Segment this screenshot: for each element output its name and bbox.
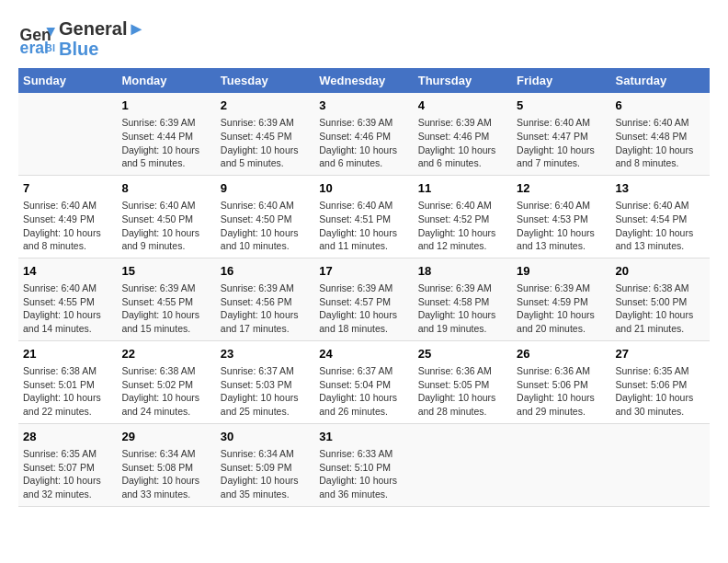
calendar-cell: 28Sunrise: 6:35 AMSunset: 5:07 PMDayligh… <box>18 423 117 506</box>
cell-info: and 6 minutes. <box>418 156 507 170</box>
cell-info: and 21 minutes. <box>616 322 705 336</box>
calendar-cell: 13Sunrise: 6:40 AMSunset: 4:54 PMDayligh… <box>611 175 710 258</box>
calendar-cell: 2Sunrise: 6:39 AMSunset: 4:45 PMDaylight… <box>216 93 314 175</box>
calendar-cell: 24Sunrise: 6:37 AMSunset: 5:04 PMDayligh… <box>314 340 413 423</box>
calendar-cell: 3Sunrise: 6:39 AMSunset: 4:46 PMDaylight… <box>314 93 413 175</box>
cell-info: Daylight: 10 hours <box>418 226 507 240</box>
cell-info: Sunrise: 6:40 AM <box>221 199 310 213</box>
cell-info: and 24 minutes. <box>121 405 210 419</box>
cell-info: Sunset: 4:55 PM <box>23 295 112 309</box>
day-number: 5 <box>517 98 606 114</box>
cell-info: Sunset: 5:08 PM <box>121 461 210 475</box>
cell-info: Sunrise: 6:38 AM <box>616 282 705 295</box>
cell-info: Daylight: 10 hours <box>221 391 310 405</box>
calendar-cell: 20Sunrise: 6:38 AMSunset: 5:00 PMDayligh… <box>611 258 710 340</box>
cell-info: Sunset: 4:55 PM <box>121 295 210 309</box>
cell-info: Sunset: 4:49 PM <box>23 213 112 226</box>
day-number: 3 <box>319 98 408 114</box>
day-number: 10 <box>319 180 408 197</box>
cell-info: and 5 minutes. <box>121 156 210 170</box>
calendar-cell: 8Sunrise: 6:40 AMSunset: 4:50 PMDaylight… <box>117 175 215 258</box>
cell-info: Sunset: 5:03 PM <box>221 378 310 392</box>
day-number: 25 <box>418 346 507 362</box>
cell-info: Sunrise: 6:40 AM <box>418 199 507 213</box>
calendar-cell: 4Sunrise: 6:39 AMSunset: 4:46 PMDaylight… <box>414 93 512 175</box>
cell-info: Daylight: 10 hours <box>616 391 705 405</box>
cell-info: and 33 minutes. <box>121 488 210 501</box>
header-sunday: Sunday <box>18 68 117 93</box>
header-thursday: Thursday <box>414 68 512 93</box>
cell-info: Daylight: 10 hours <box>418 308 507 322</box>
header-friday: Friday <box>512 68 610 93</box>
cell-info: and 5 minutes. <box>221 156 310 170</box>
cell-info: Daylight: 10 hours <box>121 144 210 157</box>
day-number: 12 <box>517 180 606 197</box>
cell-info: Sunset: 4:52 PM <box>418 213 507 226</box>
cell-info: Daylight: 10 hours <box>319 144 408 157</box>
header-tuesday: Tuesday <box>216 68 314 93</box>
cell-info: Sunset: 4:44 PM <box>121 130 210 144</box>
calendar-cell: 14Sunrise: 6:40 AMSunset: 4:55 PMDayligh… <box>18 258 117 340</box>
cell-info: Sunset: 4:46 PM <box>418 130 507 144</box>
cell-info: Sunrise: 6:40 AM <box>616 116 705 130</box>
day-number: 27 <box>616 346 705 362</box>
calendar-cell: 7Sunrise: 6:40 AMSunset: 4:49 PMDaylight… <box>18 175 117 258</box>
cell-info: and 12 minutes. <box>418 239 507 253</box>
cell-info: and 14 minutes. <box>23 322 112 336</box>
cell-info: Sunrise: 6:40 AM <box>23 199 112 213</box>
week-row-4: 21Sunrise: 6:38 AMSunset: 5:01 PMDayligh… <box>18 340 710 423</box>
cell-info: Sunset: 5:07 PM <box>23 461 112 475</box>
cell-info: Sunrise: 6:40 AM <box>319 199 408 213</box>
cell-info: and 6 minutes. <box>319 156 408 170</box>
cell-info: Daylight: 10 hours <box>616 144 705 157</box>
cell-info: and 29 minutes. <box>517 405 606 419</box>
day-number: 31 <box>319 429 408 445</box>
svg-text:Blue: Blue <box>45 42 55 53</box>
cell-info: Sunrise: 6:40 AM <box>616 199 705 213</box>
cell-info: Sunrise: 6:39 AM <box>221 282 310 295</box>
cell-info: Daylight: 10 hours <box>221 308 310 322</box>
cell-info: Daylight: 10 hours <box>23 308 112 322</box>
cell-info: and 30 minutes. <box>616 405 705 419</box>
cell-info: Sunset: 4:51 PM <box>319 213 408 226</box>
day-number: 4 <box>418 98 507 114</box>
week-row-1: 1Sunrise: 6:39 AMSunset: 4:44 PMDaylight… <box>18 93 710 175</box>
cell-info: Sunset: 5:00 PM <box>616 295 705 309</box>
cell-info: Sunrise: 6:40 AM <box>517 116 606 130</box>
calendar-cell: 12Sunrise: 6:40 AMSunset: 4:53 PMDayligh… <box>512 175 610 258</box>
calendar-cell: 22Sunrise: 6:38 AMSunset: 5:02 PMDayligh… <box>117 340 215 423</box>
cell-info: Sunrise: 6:35 AM <box>616 364 705 378</box>
calendar-table: SundayMondayTuesdayWednesdayThursdayFrid… <box>18 68 710 507</box>
cell-info: Daylight: 10 hours <box>121 474 210 488</box>
logo: Gen eral Blue General► Blue <box>18 18 145 59</box>
cell-info: and 19 minutes. <box>418 322 507 336</box>
cell-info: Sunrise: 6:40 AM <box>121 199 210 213</box>
cell-info: Sunset: 4:45 PM <box>221 130 310 144</box>
day-number: 21 <box>23 346 112 362</box>
cell-info: and 20 minutes. <box>517 322 606 336</box>
cell-info: and 13 minutes. <box>616 239 705 253</box>
cell-info: and 17 minutes. <box>221 322 310 336</box>
week-row-3: 14Sunrise: 6:40 AMSunset: 4:55 PMDayligh… <box>18 258 710 340</box>
cell-info: Daylight: 10 hours <box>221 226 310 240</box>
cell-info: Daylight: 10 hours <box>221 474 310 488</box>
cell-info: Sunset: 5:06 PM <box>517 378 606 392</box>
cell-info: Sunrise: 6:36 AM <box>418 364 507 378</box>
calendar-cell: 5Sunrise: 6:40 AMSunset: 4:47 PMDaylight… <box>512 93 610 175</box>
cell-info: Sunrise: 6:39 AM <box>121 282 210 295</box>
cell-info: Sunset: 4:57 PM <box>319 295 408 309</box>
cell-info: and 22 minutes. <box>23 405 112 419</box>
cell-info: Daylight: 10 hours <box>418 391 507 405</box>
day-number: 6 <box>616 98 705 114</box>
cell-info: Sunset: 5:10 PM <box>319 461 408 475</box>
cell-info: and 36 minutes. <box>319 488 408 501</box>
cell-info: Sunset: 4:47 PM <box>517 130 606 144</box>
cell-info: Sunrise: 6:39 AM <box>517 282 606 295</box>
cell-info: Sunrise: 6:40 AM <box>517 199 606 213</box>
cell-info: Sunrise: 6:37 AM <box>319 364 408 378</box>
calendar-cell: 11Sunrise: 6:40 AMSunset: 4:52 PMDayligh… <box>414 175 512 258</box>
day-number: 13 <box>616 180 705 197</box>
cell-info: Daylight: 10 hours <box>616 308 705 322</box>
cell-info: Sunrise: 6:33 AM <box>319 447 408 461</box>
day-number: 18 <box>418 263 507 280</box>
